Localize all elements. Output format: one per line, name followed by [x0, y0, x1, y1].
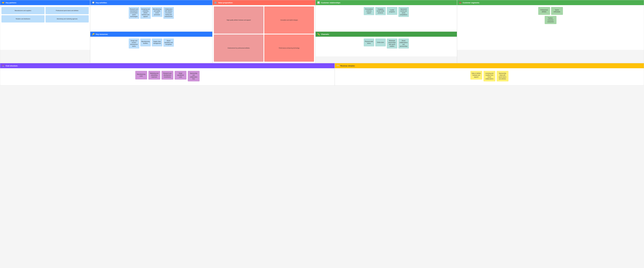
cost-structure-title: Cost structure: — [6, 65, 18, 67]
key-resources-title: Key resources: — [96, 33, 108, 35]
list-item: Performance-enhancing technology — [264, 35, 314, 62]
channels-section: ✏️ Channels: Physical retail stores Onli… — [316, 31, 457, 63]
list-item: Wholesale partnerships with sports retai… — [387, 39, 397, 49]
list-item: Sponsorship and collaboration fees — [188, 71, 200, 81]
revenue-streams-icon: 🎌 — [336, 64, 339, 67]
customer-segments-body: Professional athletes Sports enthusiasts… — [457, 5, 644, 50]
list-item: Sponsorship deals with sports teams and … — [497, 71, 508, 81]
list-item: Licensing and royalties from brand colla… — [484, 71, 495, 81]
channels-header: ✏️ Channels: — [316, 32, 457, 37]
list-item: Fashion-conscious consumers — [545, 16, 556, 24]
key-activities-title: Key activities: — [96, 2, 107, 4]
key-activities-column: 💬 Key activities: Research and developme… — [90, 0, 212, 63]
key-partners-column: 🤝 Key partners: Manufacturers and suppli… — [0, 0, 90, 63]
customer-relationships-body: Personalized customer support Engaging s… — [316, 5, 457, 31]
key-resources-icon: 🔑 — [92, 33, 95, 36]
list-item: Sports enthusiasts — [551, 7, 563, 15]
customer-relationships-title: Customer relationships: — [321, 2, 341, 4]
value-proposition-header: ⚙️ Value proposition: — [212, 0, 315, 5]
cost-structure-body: Manufacturing costs Marketing and advert… — [0, 68, 334, 85]
value-proposition-column: ⚙️ Value proposition: High-quality athle… — [212, 0, 316, 63]
list-item: Brand reputation and recognition — [163, 39, 174, 47]
list-item: Sponsored events and sports competitions — [398, 7, 409, 17]
list-item: Supply chain management — [152, 39, 162, 46]
list-item: Sales of athletic footwear and apparel — [470, 71, 482, 80]
customer-relationships-icon: 📊 — [317, 1, 320, 4]
list-item: Manufacturing costs — [135, 71, 147, 79]
cost-structure-header: ✂️ Cost structure: — [0, 63, 334, 68]
seg-row-1: Professional athletes Sports enthusiasts — [458, 7, 642, 15]
value-proposition-title: Value proposition: — [218, 2, 233, 4]
list-item: Manufacturing facilities — [140, 39, 151, 46]
customer-relationships-header: 📊 Customer relationships: — [316, 0, 457, 5]
list-item: High-quality athletic footwear and appar… — [214, 7, 264, 34]
list-item: Collaboration with athletes for product … — [163, 7, 174, 19]
channels-body: Physical retail stores Online store Whol… — [316, 37, 457, 56]
key-partners-icon: 🤝 — [2, 1, 4, 4]
list-item: Loyalty programs — [387, 7, 397, 15]
cost-structure-column: ✂️ Cost structure: Manufacturing costs M… — [0, 63, 335, 85]
list-item: Online store — [375, 39, 386, 46]
value-proposition-body: High-quality athletic footwear and appar… — [212, 5, 315, 63]
revenue-streams-header: 🎌 Revenue streams: — [335, 63, 644, 68]
list-item: Research and development investments — [162, 71, 173, 80]
list-item: Manufacturing and quality control proces… — [152, 7, 162, 17]
channels-title: Channels: — [321, 33, 329, 35]
key-resources-section: 🔑 Key resources: Design and product deve… — [90, 31, 212, 63]
bottom-section: ✂️ Cost structure: Manufacturing costs M… — [0, 63, 644, 85]
list-item: Marketing and advertising expenses — [148, 71, 160, 80]
list-item: Retail operational costs — [175, 71, 186, 80]
key-resources-header: 🔑 Key resources: — [90, 32, 212, 37]
revenue-streams-title: Revenue streams: — [340, 65, 355, 67]
key-activities-section: 💬 Key activities: Research and developme… — [90, 0, 212, 31]
key-activities-icon: 💬 — [92, 1, 95, 4]
list-item: Research and development of innovative s… — [129, 7, 139, 19]
list-item: Endorsement by professional athletes — [214, 35, 264, 62]
cost-structure-icon: ✂️ — [2, 64, 4, 67]
key-partners-title: Key partners: — [6, 2, 17, 4]
channels-icon: ✏️ — [317, 33, 320, 36]
list-item: Professional sports teams and athletes — [46, 7, 88, 14]
customer-relationships-column: 📊 Customer relationships: Personalized c… — [316, 0, 457, 63]
key-activities-body: Research and development of innovative s… — [90, 5, 212, 31]
list-item: Designing and marketing athletic footwea… — [140, 7, 151, 19]
key-partners-body: Manufacturers and suppliers Professional… — [0, 5, 90, 50]
revenue-streams-body: Sales of athletic footwear and apparel L… — [335, 68, 644, 85]
key-resources-body: Design and product development teams Man… — [90, 37, 212, 63]
key-partners-header: 🤝 Key partners: — [0, 0, 90, 5]
key-activities-header: 💬 Key activities: — [90, 0, 212, 5]
list-item: Design and product development teams — [129, 39, 139, 49]
list-item: Brand collaborations and sponsorships — [398, 39, 409, 49]
revenue-streams-column: 🎌 Revenue streams: Sales of athletic foo… — [335, 63, 644, 85]
top-section: 🤝 Key partners: Manufacturers and suppli… — [0, 0, 644, 63]
value-proposition-icon: ⚙️ — [214, 1, 217, 4]
business-model-canvas: 🤝 Key partners: Manufacturers and suppli… — [0, 0, 644, 85]
customer-segments-title: Customer segments: — [463, 2, 480, 4]
list-item: Professional athletes — [538, 7, 550, 15]
customer-segments-header: 🍩 Customer segments: — [457, 0, 644, 5]
list-item: Engaging social media presence — [375, 7, 386, 15]
seg-row-2: Fashion-conscious consumers — [458, 16, 642, 24]
list-item: Innovative and stylish designs — [264, 7, 314, 34]
customer-relationships-section: 📊 Customer relationships: Personalized c… — [316, 0, 457, 31]
list-item: Retailers and distributors — [2, 15, 44, 23]
customer-segments-column: 🍩 Customer segments: Professional athlet… — [457, 0, 644, 63]
list-item: Manufacturers and suppliers — [2, 7, 44, 14]
list-item: Personalized customer support — [364, 7, 374, 15]
list-item: Physical retail stores — [364, 39, 374, 46]
list-item: Advertising and marketing agencies — [46, 15, 88, 23]
customer-segments-icon: 🍩 — [459, 1, 462, 4]
